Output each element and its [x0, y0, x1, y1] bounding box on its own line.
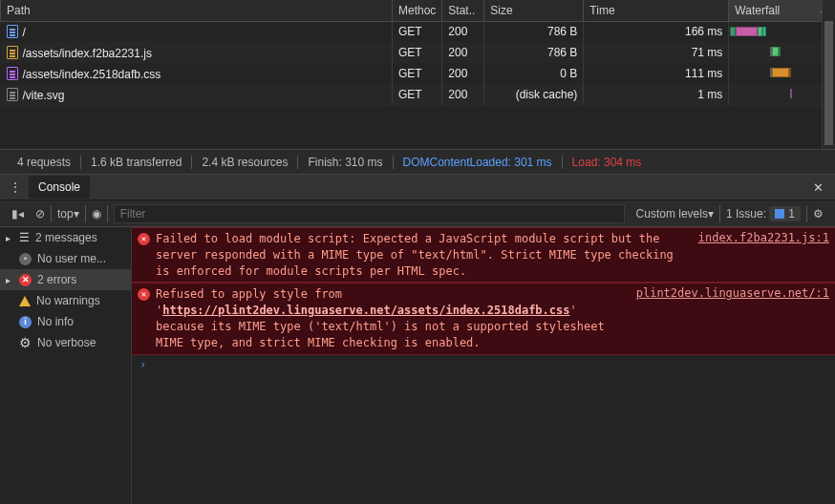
- col-size[interactable]: Size: [484, 0, 584, 21]
- nav-errors-label: 2 errors: [37, 273, 76, 286]
- clear-console-icon[interactable]: ⊘: [30, 207, 51, 220]
- network-table: Path Methoc Stat.. Size Time Waterfall▲ …: [0, 0, 835, 105]
- file-css-icon: [7, 67, 18, 80]
- nav-messages[interactable]: ▸ ☰ 2 messages: [0, 227, 131, 248]
- cell-status: 200: [442, 21, 484, 42]
- console-tab[interactable]: Console: [29, 176, 90, 199]
- cell-time: 166 ms: [584, 21, 729, 42]
- network-empty-space: [0, 105, 835, 149]
- error-circle-icon: ✕: [138, 233, 150, 245]
- file-js-icon: [7, 46, 18, 59]
- issues-button[interactable]: 1 Issue: 1: [720, 206, 806, 221]
- status-finish: Finish: 310 ms: [298, 156, 393, 169]
- console-messages: ✕Failed to load module script: Expected …: [132, 227, 835, 504]
- file-img-icon: [7, 88, 18, 101]
- nav-user-label: No user me...: [37, 252, 106, 265]
- cell-path[interactable]: /: [1, 21, 393, 42]
- nav-info[interactable]: i No info: [0, 311, 131, 332]
- cell-path[interactable]: /vite.svg: [1, 84, 393, 105]
- messages-stack-icon: ☰: [19, 231, 30, 244]
- cell-size: 786 B: [484, 21, 584, 42]
- error-source-link[interactable]: index.f2ba2231.js:1: [698, 231, 829, 244]
- nav-warnings[interactable]: No warnings: [0, 290, 131, 311]
- close-drawer-icon[interactable]: ✕: [813, 180, 824, 195]
- col-status[interactable]: Stat..: [442, 0, 484, 21]
- col-time[interactable]: Time: [584, 0, 729, 21]
- status-load: Load: 304 ms: [563, 156, 652, 169]
- cell-method: GET: [393, 21, 442, 42]
- nav-errors[interactable]: ▸ ✕ 2 errors: [0, 269, 131, 290]
- console-prompt[interactable]: ›: [132, 355, 835, 374]
- cell-waterfall: [729, 42, 835, 63]
- cell-time: 71 ms: [584, 42, 729, 63]
- cell-waterfall: [729, 63, 835, 84]
- console-error-message[interactable]: ✕Failed to load module script: Expected …: [132, 227, 835, 283]
- cell-time: 111 ms: [584, 63, 729, 84]
- network-table-header-row: Path Methoc Stat.. Size Time Waterfall▲: [1, 0, 835, 21]
- error-circle-icon: ✕: [138, 288, 150, 301]
- network-status-bar: 4 requests 1.6 kB transferred 2.4 kB res…: [0, 149, 835, 174]
- col-method[interactable]: Methoc: [393, 0, 442, 21]
- cell-method: GET: [393, 84, 442, 105]
- console-settings-icon[interactable]: ⚙: [807, 207, 829, 220]
- cell-method: GET: [393, 63, 442, 84]
- cell-size: 0 B: [484, 63, 584, 84]
- status-domcontentloaded: DOMContentLoaded: 301 ms: [394, 156, 563, 169]
- network-row[interactable]: /assets/index.2518dafb.cssGET2000 B111 m…: [1, 63, 835, 84]
- error-source-link[interactable]: plint2dev.linguaserve.net/:1: [636, 286, 829, 300]
- log-levels-selector[interactable]: Custom levels: [631, 207, 719, 220]
- message-nav: ▸ ☰ 2 messages • No user me... ▸ ✕ 2 err…: [0, 227, 132, 504]
- col-path[interactable]: Path: [1, 0, 393, 21]
- error-circle-icon: ✕: [19, 274, 32, 286]
- cell-status: 200: [442, 84, 484, 105]
- context-selector[interactable]: top: [52, 207, 85, 220]
- status-resources: 2.4 kB resources: [192, 156, 298, 169]
- user-circle-icon: •: [19, 253, 32, 265]
- warning-triangle-icon: [19, 296, 31, 306]
- network-scrollbar[interactable]: [822, 0, 835, 149]
- cell-time: 1 ms: [584, 84, 729, 105]
- status-transferred: 1.6 kB transferred: [81, 156, 192, 169]
- cell-status: 200: [442, 63, 484, 84]
- nav-warnings-label: No warnings: [36, 294, 100, 307]
- network-row[interactable]: /assets/index.f2ba2231.jsGET200786 B71 m…: [1, 42, 835, 63]
- network-panel: Path Methoc Stat.. Size Time Waterfall▲ …: [0, 0, 835, 149]
- cell-path[interactable]: /assets/index.2518dafb.css: [1, 63, 393, 84]
- scrollbar-thumb[interactable]: [824, 21, 833, 145]
- error-message-text: Refused to apply style from 'https://pli…: [156, 286, 625, 350]
- console-drawer-tabbar: ⋮ Console ✕: [0, 174, 835, 200]
- live-expression-icon[interactable]: ◉: [86, 207, 107, 220]
- nav-user-messages[interactable]: • No user me...: [0, 248, 131, 269]
- console-body: ▸ ☰ 2 messages • No user me... ▸ ✕ 2 err…: [0, 227, 835, 504]
- status-requests: 4 requests: [8, 156, 81, 169]
- error-message-text: Failed to load module script: Expected a…: [156, 231, 687, 279]
- console-filter-bar: ▮◂ ⊘ top ◉ Custom levels 1 Issue: 1 ⚙: [0, 200, 835, 227]
- console-error-message[interactable]: ✕Refused to apply style from 'https://pl…: [132, 283, 835, 354]
- verbose-gear-icon: ⚙: [19, 335, 32, 350]
- toggle-sidebar-icon[interactable]: ▮◂: [6, 207, 30, 220]
- nav-verbose-label: No verbose: [37, 336, 96, 349]
- caret-right-icon: ▸: [6, 233, 13, 243]
- cell-size: (disk cache): [484, 84, 584, 105]
- caret-right-icon: ▸: [6, 275, 13, 285]
- network-row[interactable]: /vite.svgGET200(disk cache)1 ms: [1, 84, 835, 105]
- cell-size: 786 B: [484, 42, 584, 63]
- cell-path[interactable]: /assets/index.f2ba2231.js: [1, 42, 393, 63]
- nav-verbose[interactable]: ⚙ No verbose: [0, 332, 131, 353]
- drawer-menu-icon[interactable]: ⋮: [10, 180, 21, 194]
- cell-status: 200: [442, 42, 484, 63]
- cell-method: GET: [393, 42, 442, 63]
- cell-waterfall: [729, 84, 835, 105]
- cell-waterfall: [729, 21, 835, 42]
- col-waterfall[interactable]: Waterfall▲: [729, 0, 835, 21]
- info-circle-icon: i: [19, 316, 32, 328]
- file-html-icon: [7, 25, 18, 38]
- issue-square-icon: [775, 209, 784, 219]
- network-row[interactable]: /GET200786 B166 ms: [1, 21, 835, 42]
- filter-input[interactable]: [114, 204, 625, 223]
- nav-messages-label: 2 messages: [35, 231, 97, 244]
- nav-info-label: No info: [37, 315, 74, 328]
